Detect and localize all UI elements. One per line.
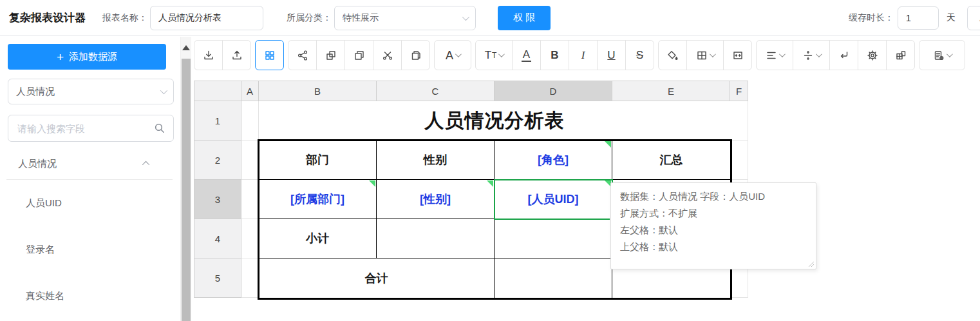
column-header-f[interactable]: F xyxy=(730,81,748,101)
cell-a5[interactable] xyxy=(241,258,259,298)
cut-button[interactable] xyxy=(373,40,402,70)
row-header-3[interactable]: 3 xyxy=(194,179,241,219)
row-header-2[interactable]: 2 xyxy=(194,140,241,180)
cell-c3[interactable]: [性别] xyxy=(377,180,495,219)
column-header-e[interactable]: E xyxy=(612,81,730,101)
copy-cell-format-button[interactable] xyxy=(886,40,915,70)
category-label: 所属分类： xyxy=(287,12,332,24)
font-color-letter: A xyxy=(522,49,531,62)
tooltip-line: 左父格：默认 xyxy=(620,222,807,238)
cell-d4[interactable] xyxy=(495,219,612,258)
cell-a1[interactable] xyxy=(241,101,259,141)
chevron-down-icon xyxy=(779,51,786,57)
design-toolbar: A TT A B I U S xyxy=(194,40,965,70)
bold-button[interactable]: B xyxy=(540,40,569,70)
horizontal-align-button[interactable] xyxy=(756,40,793,70)
cell-a2[interactable] xyxy=(241,141,259,180)
scissors-icon xyxy=(382,50,393,61)
field-item-login[interactable]: 登录名 xyxy=(0,226,179,273)
duplicate-button[interactable] xyxy=(344,40,373,70)
font-color-button[interactable]: A xyxy=(512,40,541,70)
cell-c2[interactable]: 性别 xyxy=(377,141,495,180)
report-settings-icon xyxy=(933,50,945,61)
dataset-select[interactable]: 人员情况 xyxy=(8,79,174,104)
cell-f2[interactable] xyxy=(730,141,748,180)
add-datasource-button[interactable]: + 添加数据源 xyxy=(8,44,166,70)
field-item-realname[interactable]: 真实姓名 xyxy=(0,273,179,319)
dataset-section-header[interactable]: 人员情况 xyxy=(0,148,179,179)
clipped-right-button[interactable]: 刷 xyxy=(967,6,980,30)
share-button[interactable] xyxy=(288,40,317,70)
cell-d5[interactable] xyxy=(495,258,612,298)
scrollbar-thumb[interactable] xyxy=(182,59,191,321)
upload-button[interactable] xyxy=(222,40,251,70)
field-search-input[interactable] xyxy=(16,122,154,135)
row-header-4[interactable]: 4 xyxy=(194,219,241,258)
cell-b4[interactable]: 小计 xyxy=(259,219,377,258)
underline-button[interactable]: U xyxy=(597,40,626,70)
chevron-down-icon xyxy=(947,51,953,57)
corner-header[interactable] xyxy=(194,81,241,101)
chevron-down-icon xyxy=(455,51,462,57)
report-name-input[interactable] xyxy=(150,6,263,30)
field-item-uid[interactable]: 人员UID xyxy=(0,180,179,226)
cell-b2[interactable]: 部门 xyxy=(259,141,377,180)
chevron-up-icon xyxy=(142,161,149,168)
vertical-align-button[interactable] xyxy=(793,40,830,70)
merge-cells-button[interactable] xyxy=(723,40,752,70)
cell-f1[interactable] xyxy=(730,101,748,141)
cell-b3[interactable]: [所属部门] xyxy=(259,180,377,219)
cell-a4[interactable] xyxy=(241,219,259,258)
chevron-down-icon xyxy=(498,51,505,57)
cell-c4[interactable] xyxy=(377,219,495,258)
paste-button[interactable] xyxy=(401,40,430,70)
fill-color-icon xyxy=(667,50,679,61)
field-marker-icon xyxy=(369,180,375,187)
vertical-align-icon xyxy=(802,50,814,61)
font-size-button[interactable]: TT xyxy=(475,40,513,70)
cell-b5-merged[interactable]: 合计 xyxy=(259,258,495,298)
sidebar-scrollbar[interactable] xyxy=(180,37,191,321)
column-header-a[interactable]: A xyxy=(241,81,259,101)
wrap-text-button[interactable] xyxy=(829,40,858,70)
column-header-d[interactable]: D xyxy=(494,81,612,101)
report-settings-button[interactable] xyxy=(919,40,965,70)
row-header-5[interactable]: 5 xyxy=(194,258,241,298)
field-search-box[interactable] xyxy=(8,115,174,142)
permission-button[interactable]: 权 限 xyxy=(498,6,551,30)
column-header-b[interactable]: B xyxy=(258,81,377,101)
strikethrough-button[interactable]: S xyxy=(625,40,654,70)
report-title-cell[interactable]: 人员情况分析表 xyxy=(259,101,730,141)
paste-icon xyxy=(410,50,422,61)
field-marker-icon xyxy=(487,180,493,187)
dataset-section-title: 人员情况 xyxy=(18,158,57,170)
upload-icon xyxy=(231,50,243,61)
settings-button[interactable] xyxy=(858,40,887,70)
resize-handle-icon[interactable] xyxy=(808,261,815,268)
row-header-1[interactable]: 1 xyxy=(194,101,241,141)
download-button[interactable] xyxy=(194,40,223,70)
cell-a3[interactable] xyxy=(241,180,259,219)
cell-d3[interactable]: [人员UID] xyxy=(495,180,612,219)
tooltip-line: 扩展方式：不扩展 xyxy=(620,205,807,222)
font-button[interactable]: A xyxy=(434,40,471,70)
cache-duration-input[interactable] xyxy=(898,6,939,30)
chevron-down-icon xyxy=(816,51,822,57)
cell-e2[interactable]: 汇总 xyxy=(612,141,730,180)
fill-color-button[interactable] xyxy=(658,40,687,70)
wrap-text-icon xyxy=(838,50,850,61)
layout-grid-button[interactable] xyxy=(255,40,284,70)
triangle-up-icon xyxy=(182,45,190,50)
merge-cells-icon xyxy=(732,50,744,61)
italic-button[interactable]: I xyxy=(569,40,598,70)
category-select[interactable]: 特性展示 xyxy=(334,6,476,30)
chevron-down-icon xyxy=(710,51,716,57)
font-letter: A xyxy=(446,50,453,61)
scrollbar-up-button[interactable] xyxy=(181,37,191,59)
share-icon xyxy=(297,50,308,61)
cell-d2[interactable]: [角色] xyxy=(495,141,612,180)
borders-button[interactable] xyxy=(686,40,724,70)
layout-grid-icon xyxy=(264,50,276,61)
copy-button[interactable] xyxy=(316,40,345,70)
column-header-c[interactable]: C xyxy=(376,81,495,101)
